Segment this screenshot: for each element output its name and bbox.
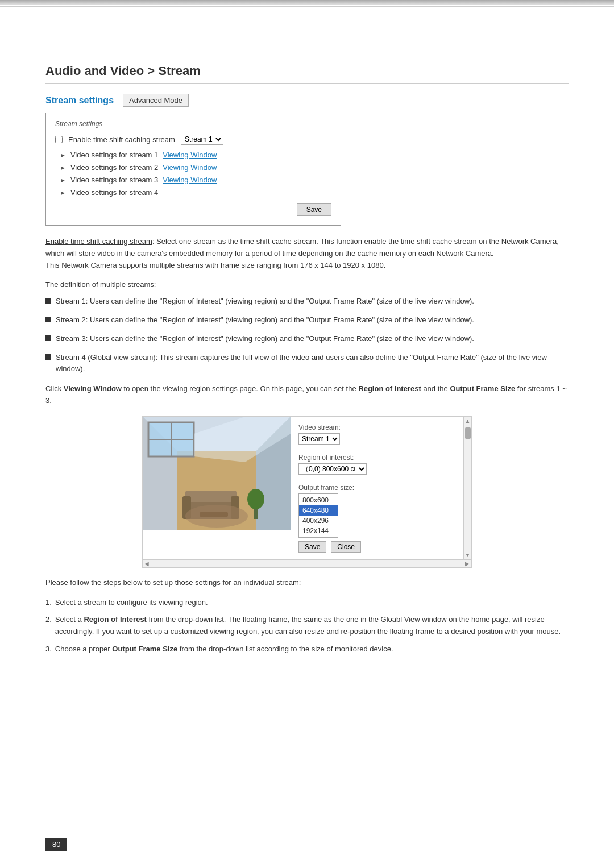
vc-btn-row: Save Close [298,541,455,553]
arrow-icon-1: ► [60,152,66,159]
arrow-icon-4: ► [60,189,66,196]
region-select[interactable]: （0,0) 800x600 custom [298,463,367,475]
step-3-text: Choose a proper Output Frame Size from t… [55,643,393,655]
bullet-icon-3 [45,335,51,341]
enable-label: Enable time shift caching stream [68,135,175,144]
enable-caching-checkbox[interactable] [55,136,63,143]
svg-rect-11 [185,491,237,502]
click-pre: Click [45,384,64,393]
step-1-text: Select a stream to configure its viewing… [55,597,208,609]
scrollbar-thumb[interactable] [465,427,471,439]
list-item: Stream 2: Users can define the "Region o… [45,314,569,326]
video-settings-label-3: Video settings for stream 3 [70,176,158,184]
viewing-section: Video stream: Stream 1 Region of interes… [45,416,569,568]
stream-settings-box: Stream settings Enable time shift cachin… [45,113,341,226]
save-button[interactable]: Save [297,203,331,216]
arrow-icon-2: ► [60,164,66,171]
scroll-down-arrow[interactable]: ▼ [464,551,472,559]
room-image [143,417,291,530]
size-option-192[interactable]: 192x144 [299,526,338,536]
page-title: Audio and Video > Stream [45,64,569,84]
click-output: Output Frame Size [450,384,515,393]
video-stream-label: Video stream: [298,423,455,431]
viewing-window-link-1[interactable]: Viewing Window [163,151,217,159]
header-line [0,6,614,7]
scroll-left-arrow[interactable]: ◀ [143,560,151,567]
list-item: Stream 1: Users can define the "Region o… [45,296,569,308]
steps-intro-text: Please follow the steps below to set up … [45,578,301,587]
steps-intro: Please follow the steps below to set up … [45,577,569,589]
viewing-window-link-3[interactable]: Viewing Window [163,176,217,184]
vc-close-button[interactable]: Close [331,541,361,553]
top-bar [0,0,614,5]
scroll-right-arrow[interactable]: ▶ [463,560,471,567]
scroll-up-arrow[interactable]: ▲ [464,417,472,425]
stream-settings-legend: Stream settings [55,120,331,128]
viewing-window-link-2[interactable]: Viewing Window [163,163,217,172]
stream-4-desc: Stream 4 (Global view stream): This stre… [56,352,569,376]
video-settings-label-2: Video settings for stream 2 [70,163,158,172]
viewing-controls: Video stream: Stream 1 Region of interes… [291,417,463,559]
step-1: 1. Select a stream to configure its view… [45,597,569,609]
advanced-mode-button[interactable]: Advanced Mode [123,94,189,107]
region-select-row: （0,0) 800x600 custom [298,463,455,479]
stream-2-desc: Stream 2: Users can define the "Region o… [56,314,474,326]
streams-heading: The definition of multiple streams: [45,279,569,291]
bullet-icon-1 [45,298,51,304]
size-option-800[interactable]: 800x600 [299,495,338,505]
enable-link-text: Enable time shift caching stream [45,237,152,246]
step-2-text: Select a Region of Interest from the dro… [55,614,569,638]
click-region: Region of Interest [358,384,421,393]
streams-list: Stream 1: Users can define the "Region o… [45,296,569,375]
click-mid2: and the [421,384,450,393]
region-label: Region of interest: [298,454,455,462]
video-setting-row-3: ► Video settings for stream 3 Viewing Wi… [55,176,331,184]
output-label: Output frame size: [298,484,455,492]
steps-list: 1. Select a stream to configure its view… [45,597,569,655]
scrollbar-bottom[interactable]: ◀ ▶ [143,559,471,567]
bullet-icon-4 [45,354,51,360]
video-stream-select[interactable]: Stream 1 [298,433,340,445]
list-item: Stream 4 (Global view stream): This stre… [45,352,569,376]
para2-text: This Network Camera supports multiple st… [45,261,385,269]
section-title: Stream settings [45,95,114,106]
scrollbar-right[interactable]: ▲ ▼ [463,417,471,559]
bullet-icon-2 [45,317,51,322]
step-3: 3. Choose a proper Output Frame Size fro… [45,643,569,655]
video-settings-label-1: Video settings for stream 1 [70,151,158,159]
click-mid: to open the viewing region settings page… [122,384,358,393]
video-settings-label-4: Video settings for stream 4 [70,188,158,197]
video-setting-row-1: ► Video settings for stream 1 Viewing Wi… [55,151,331,159]
enable-row: Enable time shift caching stream Stream … [55,134,331,145]
vc-save-button[interactable]: Save [298,541,326,553]
description-streams: The definition of multiple streams: Stre… [45,279,569,375]
stream-select[interactable]: Stream 1 Stream 2 Stream 3 Stream 4 [181,134,223,145]
step-2-num: 2. [45,614,52,626]
output-size-dropdown: 800x600 640x480 400x296 192x144 [298,493,338,538]
page-number: 80 [45,838,67,851]
click-description: Click Viewing Window to open the viewing… [45,383,569,407]
stream-1-desc: Stream 1: Users can define the "Region o… [56,296,474,308]
video-setting-row-4: ► Video settings for stream 4 [55,188,331,197]
stream-select-row: Stream 1 [298,433,455,449]
viewing-box: Video stream: Stream 1 Region of interes… [142,416,472,568]
video-setting-row-2: ► Video settings for stream 2 Viewing Wi… [55,163,331,172]
step-3-num: 3. [45,643,52,655]
description-para1: Enable time shift caching stream: Select… [45,236,569,271]
step-2: 2. Select a Region of Interest from the … [45,614,569,638]
size-option-640[interactable]: 640x480 [299,505,338,516]
arrow-icon-3: ► [60,177,66,184]
size-option-400[interactable]: 400x296 [299,516,338,526]
svg-point-17 [185,505,248,528]
section-header: Stream settings Advanced Mode [45,94,569,107]
save-row: Save [55,203,331,216]
click-viewing-window: Viewing Window [64,384,122,393]
step-1-num: 1. [45,597,52,609]
list-item: Stream 3: Users can define the "Region o… [45,333,569,345]
stream-3-desc: Stream 3: Users can define the "Region o… [56,333,474,345]
svg-point-16 [247,489,264,509]
